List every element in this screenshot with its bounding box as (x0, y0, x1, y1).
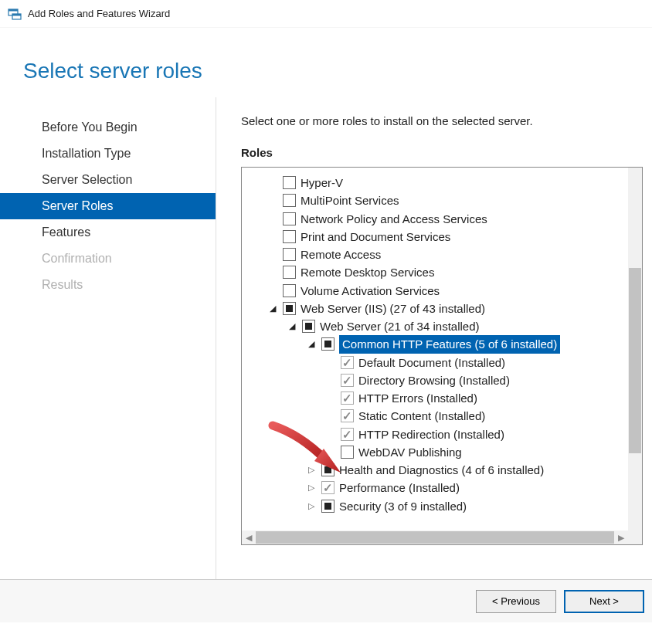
tree-row-label[interactable]: WebDAV Publishing (358, 443, 462, 461)
content: Before You BeginInstallation TypeServer … (0, 97, 652, 579)
nav-item-before-you-begin[interactable]: Before You Begin (0, 114, 216, 141)
tree-row-label[interactable]: Network Policy and Access Services (301, 210, 487, 228)
tree-row-label[interactable]: Default Document (Installed) (358, 354, 505, 371)
tree-row[interactable]: Remote Access (248, 246, 628, 263)
tree-row-label[interactable]: Static Content (Installed) (358, 407, 485, 425)
tree-expander-closed-icon[interactable]: ▷ (305, 464, 317, 476)
hscroll-left-icon[interactable]: ◀ (242, 530, 256, 544)
tree-row-label[interactable]: Web Server (IIS) (27 of 43 installed) (301, 300, 485, 317)
tree-row-label[interactable]: Hyper-V (301, 174, 343, 192)
svg-rect-3 (12, 14, 21, 16)
scroll-corner (628, 530, 642, 544)
tree-checkbox[interactable] (341, 428, 354, 441)
tree-row[interactable]: Network Policy and Access Services (248, 210, 628, 228)
nav-item-server-roles[interactable]: Server Roles (0, 193, 216, 219)
tree-row[interactable]: HTTP Errors (Installed) (248, 389, 628, 407)
window-title: Add Roles and Features Wizard (28, 8, 170, 19)
tree-checkbox[interactable] (283, 194, 296, 207)
tree-row-label[interactable]: Security (3 of 9 installed) (339, 497, 467, 515)
tree-expander-closed-icon[interactable]: ▷ (305, 500, 317, 512)
vertical-scroll-thumb[interactable] (629, 268, 641, 453)
footer: < Previous Next > (0, 579, 652, 622)
tree-checkbox[interactable] (341, 409, 354, 422)
tree-row[interactable]: Remote Desktop Services (248, 263, 628, 281)
nav-item-results: Results (0, 272, 216, 298)
tree-checkbox[interactable] (341, 446, 354, 459)
hscroll-track[interactable] (256, 530, 614, 544)
roles-label: Roles (241, 146, 643, 159)
tree-row-label[interactable]: MultiPoint Services (301, 192, 399, 209)
tree-checkbox[interactable] (321, 463, 334, 476)
tree-checkbox[interactable] (283, 248, 296, 261)
tree-checkbox[interactable] (283, 230, 296, 243)
horizontal-scroll-thumb[interactable] (256, 531, 614, 544)
tree-checkbox[interactable] (341, 374, 354, 387)
tree-row-label[interactable]: Common HTTP Features (5 of 6 installed) (339, 335, 560, 353)
horizontal-scrollbar[interactable]: ◀ ▶ (242, 530, 628, 544)
main-panel: Select one or more roles to install on t… (216, 97, 652, 579)
tree-expander-open-icon[interactable]: ◢ (286, 320, 297, 332)
nav-item-features[interactable]: Features (0, 219, 216, 246)
tree-expander-closed-icon[interactable]: ▷ (305, 482, 317, 493)
tree-row[interactable]: ▷Performance (Installed) (248, 479, 628, 497)
tree-checkbox[interactable] (283, 284, 296, 297)
tree-checkbox[interactable] (283, 302, 296, 315)
tree-row[interactable]: Static Content (Installed) (248, 407, 628, 425)
tree-row[interactable]: Directory Browsing (Installed) (248, 371, 628, 389)
tree-row-label[interactable]: Remote Desktop Services (301, 263, 434, 281)
nav-item-confirmation: Confirmation (0, 246, 216, 272)
tree-row-label[interactable]: Health and Diagnostics (4 of 6 installed… (339, 461, 544, 479)
nav-item-server-selection[interactable]: Server Selection (0, 167, 216, 193)
tree-row[interactable]: ▷Security (3 of 9 installed) (248, 497, 628, 515)
tree-row[interactable]: ▷Health and Diagnostics (4 of 6 installe… (248, 461, 628, 479)
wizard-icon (8, 7, 22, 21)
tree-checkbox[interactable] (283, 212, 296, 225)
tree-row-label[interactable]: Web Server (21 of 34 installed) (320, 317, 480, 335)
tree-checkbox[interactable] (341, 356, 354, 369)
tree-row[interactable]: ◢Web Server (21 of 34 installed) (248, 317, 628, 335)
tree-row[interactable]: Default Document (Installed) (248, 354, 628, 371)
tree-checkbox[interactable] (283, 176, 296, 189)
tree-row[interactable]: HTTP Redirection (Installed) (248, 425, 628, 443)
tree-row-label[interactable]: Performance (Installed) (339, 479, 460, 497)
tree-row-label[interactable]: HTTP Redirection (Installed) (358, 425, 504, 443)
vertical-scrollbar[interactable] (628, 168, 642, 530)
previous-button[interactable]: < Previous (476, 590, 556, 613)
wizard-nav: Before You BeginInstallation TypeServer … (0, 97, 216, 579)
tree-checkbox[interactable] (283, 266, 296, 279)
roles-box: Hyper-VMultiPoint ServicesNetwork Policy… (241, 167, 643, 545)
tree-row-label[interactable]: Directory Browsing (Installed) (358, 371, 510, 389)
tree-expander-open-icon[interactable]: ◢ (305, 338, 317, 350)
tree-checkbox[interactable] (341, 391, 354, 405)
tree-row[interactable]: Print and Document Services (248, 228, 628, 246)
roles-scroll: Hyper-VMultiPoint ServicesNetwork Policy… (242, 168, 628, 530)
tree-checkbox[interactable] (321, 337, 334, 351)
tree-row[interactable]: Hyper-V (248, 174, 628, 192)
hscroll-right-icon[interactable]: ▶ (614, 530, 628, 544)
tree-row-label[interactable]: HTTP Errors (Installed) (358, 389, 477, 407)
instruction-text: Select one or more roles to install on t… (241, 114, 643, 127)
tree-row[interactable]: Volume Activation Services (248, 282, 628, 300)
tree-checkbox[interactable] (321, 500, 334, 513)
tree-row-label[interactable]: Volume Activation Services (301, 282, 440, 300)
titlebar: Add Roles and Features Wizard (0, 0, 652, 28)
tree-row[interactable]: ◢Common HTTP Features (5 of 6 installed) (248, 335, 628, 353)
tree-row-label[interactable]: Print and Document Services (301, 228, 450, 246)
tree-row[interactable]: WebDAV Publishing (248, 443, 628, 461)
roles-tree: Hyper-VMultiPoint ServicesNetwork Policy… (242, 168, 628, 521)
tree-checkbox[interactable] (302, 320, 315, 333)
nav-item-installation-type[interactable]: Installation Type (0, 141, 216, 167)
page-title: Select server roles (0, 28, 652, 97)
tree-row[interactable]: ◢Web Server (IIS) (27 of 43 installed) (248, 300, 628, 317)
svg-rect-1 (8, 9, 18, 12)
tree-row[interactable]: MultiPoint Services (248, 192, 628, 209)
tree-expander-open-icon[interactable]: ◢ (267, 303, 278, 314)
tree-checkbox[interactable] (321, 481, 334, 494)
tree-row-label[interactable]: Remote Access (301, 246, 381, 263)
next-button[interactable]: Next > (564, 590, 644, 613)
